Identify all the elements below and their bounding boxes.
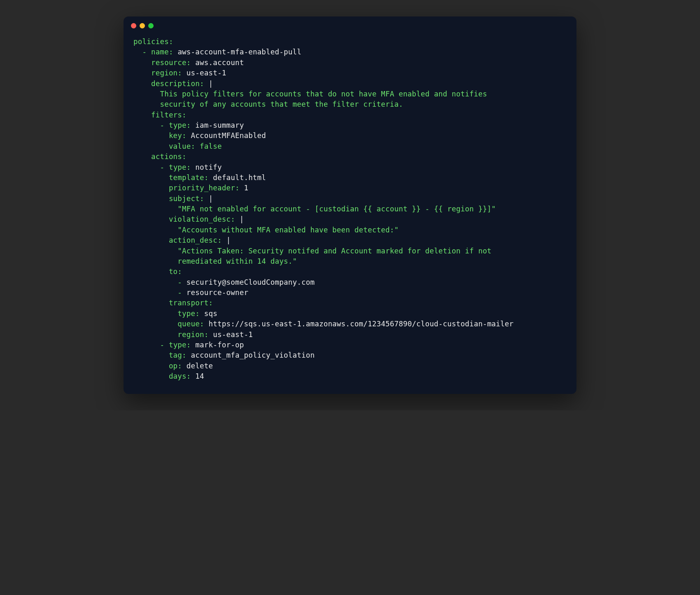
yaml-value: us-east-1 [213, 330, 253, 339]
yaml-key: violation_desc: [133, 215, 240, 223]
yaml-string: "Accounts without MFA enabled have been … [133, 226, 399, 234]
yaml-key: name: [151, 48, 177, 56]
yaml-pipe: | [226, 236, 231, 244]
yaml-pipe: | [209, 80, 213, 88]
yaml-pipe: | [209, 194, 213, 203]
yaml-value: default.html [213, 173, 266, 182]
yaml-key: template: [133, 173, 213, 182]
yaml-string: "MFA not enabled for account - [custodia… [133, 205, 496, 213]
yaml-key: to: [133, 267, 182, 276]
yaml-key: transport: [133, 299, 213, 307]
yaml-key: value: [133, 142, 200, 150]
yaml-value: mark-for-op [195, 341, 244, 349]
list-dash: - [133, 48, 151, 56]
yaml-value: AccountMFAEnabled [191, 131, 266, 140]
yaml-key: action_desc: [133, 236, 226, 244]
yaml-value: aws.account [195, 59, 244, 67]
minimize-icon[interactable] [140, 23, 145, 28]
yaml-key: op: [133, 362, 187, 370]
yaml-key: region: [133, 69, 187, 77]
yaml-key: description: [133, 80, 209, 88]
yaml-key: type: [169, 341, 195, 349]
yaml-pipe: | [240, 215, 244, 223]
list-dash: - [133, 341, 169, 349]
yaml-key: type: [169, 121, 195, 129]
yaml-value: aws-account-mfa-enabled-pull [177, 48, 301, 56]
yaml-value: iam-summary [195, 121, 244, 129]
yaml-value: https://sqs.us-east-1.amazonaws.com/1234… [209, 320, 514, 328]
yaml-value: account_mfa_policy_violation [191, 351, 315, 359]
yaml-value: sqs [204, 309, 217, 318]
yaml-string: security of any accounts that meet the f… [133, 100, 403, 108]
yaml-value: delete [187, 362, 213, 370]
yaml-key: queue: [133, 320, 209, 328]
list-dash: - [133, 288, 187, 297]
yaml-value: us-east-1 [187, 69, 226, 77]
yaml-value: false [200, 142, 222, 150]
list-dash: - [133, 163, 169, 171]
yaml-key: priority_header: [133, 184, 244, 192]
yaml-string: "Actions Taken: Security notifed and Acc… [133, 247, 492, 255]
yaml-key: type: [133, 309, 204, 318]
yaml-value: notify [195, 163, 222, 171]
yaml-string: remediated within 14 days." [133, 257, 297, 265]
terminal-window: policies: - name: aws-account-mfa-enable… [124, 16, 576, 394]
yaml-key: days: [133, 372, 195, 380]
yaml-string: This policy filters for accounts that do… [133, 90, 487, 98]
close-icon[interactable] [131, 23, 136, 28]
yaml-key: actions: [133, 152, 187, 161]
yaml-value: 1 [244, 184, 248, 192]
code-content: policies: - name: aws-account-mfa-enable… [124, 33, 576, 394]
yaml-key: filters: [133, 111, 187, 119]
yaml-key: tag: [133, 351, 191, 359]
yaml-key: type: [169, 163, 195, 171]
yaml-key: resource: [133, 59, 195, 67]
list-dash: - [133, 278, 187, 286]
maximize-icon[interactable] [148, 23, 154, 28]
yaml-key: policies: [133, 37, 173, 46]
yaml-value: resource-owner [187, 288, 248, 297]
yaml-value: 14 [195, 372, 204, 380]
list-dash: - [133, 121, 169, 129]
yaml-key: region: [133, 330, 213, 339]
yaml-value: security@someCloudCompany.com [187, 278, 315, 286]
titlebar [124, 16, 576, 33]
yaml-key: subject: [133, 194, 209, 203]
yaml-key: key: [133, 131, 191, 140]
